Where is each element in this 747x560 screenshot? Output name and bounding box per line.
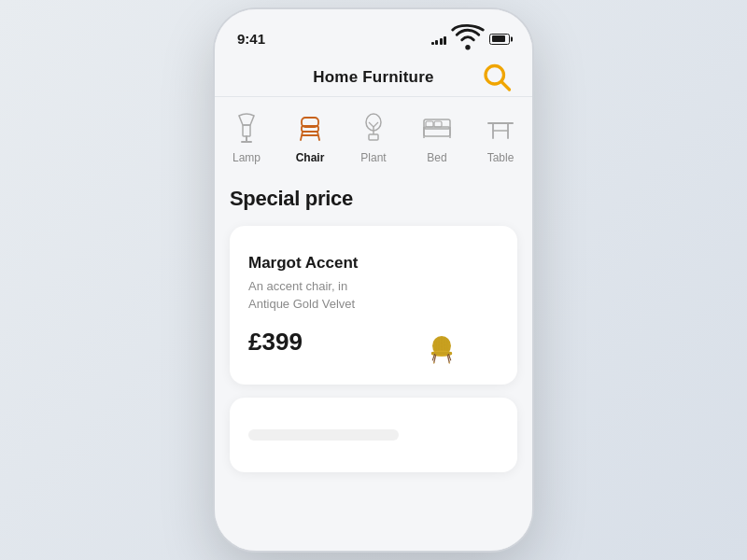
product-image xyxy=(381,245,502,366)
table-icon xyxy=(480,106,521,147)
category-item-plant[interactable]: Plant xyxy=(342,106,405,164)
status-icons xyxy=(431,21,511,57)
category-bar: Lamp Chair xyxy=(215,97,532,170)
lamp-icon xyxy=(226,106,267,147)
search-button[interactable] xyxy=(480,61,514,97)
svg-rect-4 xyxy=(243,125,250,136)
chair-icon xyxy=(289,106,331,147)
plant-icon xyxy=(353,106,394,147)
placeholder-content xyxy=(248,429,399,441)
svg-rect-6 xyxy=(302,126,318,132)
product-info: Margot Accent An accent chair, in Antiqu… xyxy=(248,254,381,356)
category-item-bed[interactable]: Bed xyxy=(405,106,469,164)
chair-label: Chair xyxy=(296,151,325,164)
signal-icon xyxy=(431,34,447,45)
svg-line-13 xyxy=(369,122,374,127)
svg-point-44 xyxy=(448,362,450,364)
svg-line-1 xyxy=(501,82,509,90)
category-item-chair[interactable]: Chair xyxy=(278,106,342,164)
app-title: Home Furniture xyxy=(313,68,433,87)
search-icon xyxy=(480,61,514,94)
bed-icon xyxy=(416,106,458,147)
wifi-icon xyxy=(451,21,485,57)
svg-rect-20 xyxy=(434,121,442,127)
chair-product-icon xyxy=(425,332,458,366)
lamp-label: Lamp xyxy=(233,151,261,164)
svg-line-14 xyxy=(374,122,378,127)
category-item-lamp[interactable]: Lamp xyxy=(215,106,278,164)
svg-rect-10 xyxy=(369,134,378,140)
category-item-table[interactable]: Table xyxy=(469,106,532,164)
app-header: Home Furniture xyxy=(215,61,532,96)
product-description: An accent chair, in Antique Gold Velvet xyxy=(248,278,372,312)
plant-label: Plant xyxy=(360,151,386,164)
product-name: Margot Accent xyxy=(248,254,372,273)
product-card-margot[interactable]: Margot Accent An accent chair, in Antiqu… xyxy=(230,226,517,385)
product-card-placeholder xyxy=(230,398,517,472)
svg-point-43 xyxy=(433,362,435,364)
product-price: £399 xyxy=(248,328,372,357)
scroll-content: Special price Margot Accent An accent ch… xyxy=(215,170,532,551)
bed-label: Bed xyxy=(427,151,446,164)
status-bar: 9:41 xyxy=(215,9,532,61)
svg-rect-19 xyxy=(426,121,433,127)
battery-icon xyxy=(489,34,510,45)
special-price-title: Special price xyxy=(230,187,517,211)
status-time: 9:41 xyxy=(237,31,265,47)
phone-frame: 9:41 Home Furniture xyxy=(215,9,532,551)
table-label: Table xyxy=(487,151,514,164)
